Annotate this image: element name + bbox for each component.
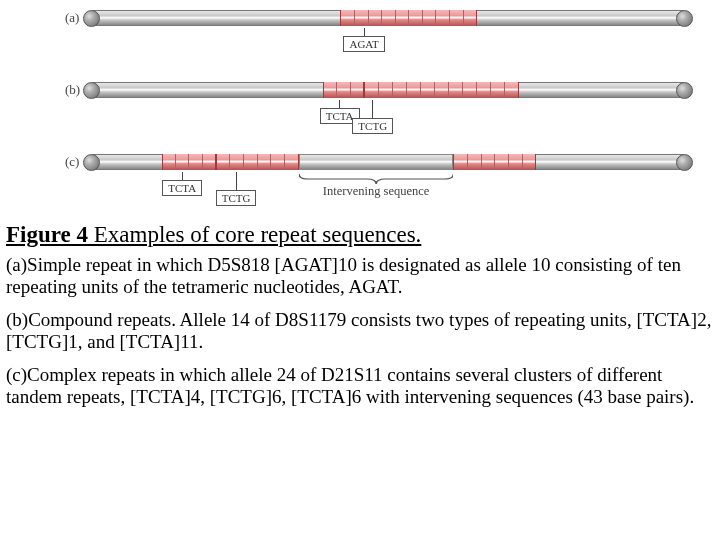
row-b-bar xyxy=(91,82,685,98)
cap-icon xyxy=(676,154,693,171)
repeat-diagram: (a) AGAT (b) xyxy=(35,8,685,210)
row-b-repeats-left xyxy=(323,82,365,98)
cap-icon xyxy=(676,10,693,27)
callout-tctg-b: TCTG xyxy=(352,100,393,134)
row-b-repeats-right xyxy=(364,82,518,98)
row-a-bar xyxy=(91,10,685,26)
row-a-repeats xyxy=(340,10,477,26)
row-c-repeats-1 xyxy=(162,154,215,170)
row-b: (b) TCTA TCTG xyxy=(65,80,685,134)
cap-icon xyxy=(83,10,100,27)
figure-title: Figure 4 Examples of core repeat sequenc… xyxy=(6,222,714,248)
row-c-bar xyxy=(91,154,685,170)
caption-b: (b)Compound repeats. Allele 14 of D8S117… xyxy=(6,309,714,354)
callout-tcta-c: TCTA xyxy=(162,172,202,196)
cap-icon xyxy=(83,154,100,171)
caption-c: (c)Complex repeats in which allele 24 of… xyxy=(6,364,714,409)
row-c-repeats-2 xyxy=(216,154,299,170)
callout-agat: AGAT xyxy=(343,28,384,52)
row-c: (c) TCTA xyxy=(65,152,685,210)
caption-a: (a)Simple repeat in which D5S818 [AGAT]1… xyxy=(6,254,714,299)
intervening-brace: Intervening sequence xyxy=(299,174,453,200)
row-c-repeats-3 xyxy=(453,154,536,170)
cap-icon xyxy=(676,82,693,99)
row-c-intervening xyxy=(299,154,453,170)
callout-tctg-c: TCTG xyxy=(216,172,257,206)
row-a: (a) AGAT xyxy=(65,8,685,62)
cap-icon xyxy=(83,82,100,99)
